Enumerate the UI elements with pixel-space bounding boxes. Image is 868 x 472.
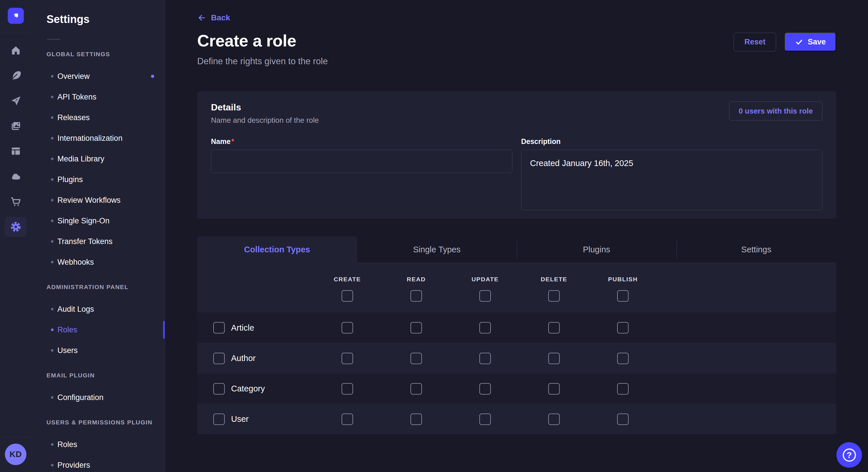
home-icon[interactable] xyxy=(5,38,27,63)
content-manager-icon[interactable] xyxy=(5,138,27,164)
sidebar-item-label: Plugins xyxy=(57,175,83,184)
settings-sidebar-title: Settings xyxy=(46,12,165,26)
media-library-icon[interactable] xyxy=(5,113,27,138)
tab-label: Plugins xyxy=(583,245,610,255)
sidebar-item-single-sign-on[interactable]: Single Sign-On xyxy=(32,210,165,231)
sidebar-item-webhooks[interactable]: Webhooks xyxy=(32,252,165,272)
row-select-checkbox-article[interactable] xyxy=(213,322,225,334)
name-field-label: Name* xyxy=(211,137,513,146)
description-field-label: Description xyxy=(521,137,823,146)
sidebar-item-review-workflows[interactable]: Review Workflows xyxy=(32,190,165,210)
settings-nav-sections: GLOBAL SETTINGSOverviewAPI TokensRelease… xyxy=(32,48,165,472)
sidebar-item-label: Roles xyxy=(57,326,77,334)
users-with-role-button[interactable]: 0 users with this role xyxy=(729,102,823,121)
row-select-checkbox-author[interactable] xyxy=(213,353,225,364)
bullet-icon xyxy=(51,220,54,222)
nav-section-label: USERS & PERMISSIONS PLUGIN xyxy=(46,417,165,428)
settings-icon[interactable] xyxy=(5,214,27,239)
reset-button[interactable]: Reset xyxy=(734,33,776,51)
bullet-icon xyxy=(51,443,54,446)
tab-single-types[interactable]: Single Types xyxy=(357,236,517,263)
sidebar-item-media-library[interactable]: Media Library xyxy=(32,148,165,169)
column-header: DELETE xyxy=(541,276,567,283)
permission-checkbox-user-update[interactable] xyxy=(479,413,491,425)
details-card: Details Name and description of the role… xyxy=(197,91,836,218)
nav-section-label: EMAIL PLUGIN xyxy=(46,370,165,381)
sidebar-item-label: Configuration xyxy=(57,393,104,402)
column-select-checkbox-publish[interactable] xyxy=(617,290,629,302)
permission-checkbox-user-read[interactable] xyxy=(410,413,422,425)
row-select-checkbox-user[interactable] xyxy=(213,413,225,425)
permission-checkbox-user-publish[interactable] xyxy=(617,413,629,425)
tab-separator xyxy=(517,241,517,258)
permission-checkbox-category-publish[interactable] xyxy=(617,383,629,395)
back-link[interactable]: Back xyxy=(197,13,230,22)
permission-checkbox-category-create[interactable] xyxy=(342,383,353,395)
sidebar-item-releases[interactable]: Releases xyxy=(32,107,165,128)
bullet-icon xyxy=(51,199,54,202)
permission-checkbox-category-update[interactable] xyxy=(479,383,491,395)
column-select-checkbox-create[interactable] xyxy=(342,290,353,302)
tab-label: Settings xyxy=(741,245,771,255)
sidebar-item-label: Overview xyxy=(57,72,90,81)
sidebar-item-users[interactable]: Users xyxy=(32,340,165,361)
save-button[interactable]: Save xyxy=(785,33,836,51)
column-select-checkbox-read[interactable] xyxy=(410,290,422,302)
marketplace-icon[interactable] xyxy=(5,189,27,214)
permission-checkbox-category-delete[interactable] xyxy=(548,383,560,395)
sidebar-item-audit-logs[interactable]: Audit Logs xyxy=(32,299,165,319)
row-label: User xyxy=(231,414,249,424)
sidebar-item-configuration[interactable]: Configuration xyxy=(32,387,165,408)
permission-checkbox-article-delete[interactable] xyxy=(548,322,560,334)
permission-checkbox-author-delete[interactable] xyxy=(548,353,560,364)
permission-checkbox-author-update[interactable] xyxy=(479,353,491,364)
deploy-icon[interactable] xyxy=(5,88,27,113)
column-select-checkbox-update[interactable] xyxy=(479,290,491,302)
sidebar-item-internationalization[interactable]: Internationalization xyxy=(32,128,165,148)
sidebar-item-overview[interactable]: Overview xyxy=(32,66,165,87)
tab-plugins[interactable]: Plugins xyxy=(517,236,677,263)
bullet-icon xyxy=(51,116,54,119)
nav-section-label: GLOBAL SETTINGS xyxy=(46,48,165,60)
name-input[interactable] xyxy=(211,150,513,173)
cloud-icon[interactable] xyxy=(5,164,27,189)
permission-checkbox-article-publish[interactable] xyxy=(617,322,629,334)
permission-checkbox-author-read[interactable] xyxy=(410,353,422,364)
sidebar-item-roles[interactable]: Roles xyxy=(32,319,165,340)
content-type-builder-icon[interactable] xyxy=(5,63,27,88)
permission-checkbox-author-publish[interactable] xyxy=(617,353,629,364)
help-button[interactable]: ? xyxy=(836,442,862,468)
strapi-logo-icon xyxy=(11,11,21,21)
sidebar-item-label: Audit Logs xyxy=(57,305,94,314)
sidebar-item-transfer-tokens[interactable]: Transfer Tokens xyxy=(32,231,165,252)
tab-settings[interactable]: Settings xyxy=(677,236,836,263)
description-textarea[interactable]: Created January 16th, 2025 xyxy=(521,150,823,210)
sidebar-item-roles[interactable]: Roles xyxy=(32,434,165,455)
sidebar-title-rule xyxy=(47,39,60,40)
permission-checkbox-category-read[interactable] xyxy=(410,383,422,395)
permission-checkbox-article-update[interactable] xyxy=(479,322,491,334)
permission-row-category: Category xyxy=(197,373,836,404)
permission-checkbox-user-delete[interactable] xyxy=(548,413,560,425)
permission-row-article: Article xyxy=(197,312,836,343)
sidebar-item-plugins[interactable]: Plugins xyxy=(32,169,165,190)
avatar[interactable]: KD xyxy=(5,444,26,465)
bullet-icon xyxy=(51,75,54,78)
page-title: Create a role xyxy=(197,31,296,50)
row-select-checkbox-category[interactable] xyxy=(213,383,225,395)
sidebar-item-api-tokens[interactable]: API Tokens xyxy=(32,87,165,107)
page-subtitle: Define the rights given to the role xyxy=(197,56,328,67)
permission-checkbox-article-create[interactable] xyxy=(342,322,353,334)
column-header: CREATE xyxy=(334,276,361,283)
column-select-checkbox-delete[interactable] xyxy=(548,290,560,302)
tab-collection-types[interactable]: Collection Types xyxy=(197,236,357,263)
bullet-icon xyxy=(51,396,54,399)
sidebar-item-label: Internationalization xyxy=(57,134,123,143)
permission-checkbox-author-create[interactable] xyxy=(342,353,353,364)
permission-checkbox-article-read[interactable] xyxy=(410,322,422,334)
bullet-icon xyxy=(51,178,54,181)
strapi-logo[interactable] xyxy=(8,8,24,24)
sidebar-item-providers[interactable]: Providers xyxy=(32,455,165,472)
permission-checkbox-user-create[interactable] xyxy=(342,413,353,425)
required-asterisk: * xyxy=(231,137,234,145)
